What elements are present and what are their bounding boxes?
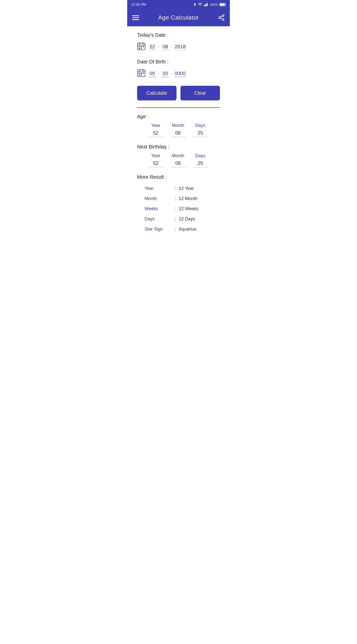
birthday-year-value: 52: [148, 160, 163, 167]
age-days-col: Days 25: [189, 123, 212, 137]
more-result-row: Days:12 Days: [137, 214, 220, 224]
age-year-col: Year 52: [144, 123, 167, 137]
dob-day[interactable]: 00: [148, 71, 156, 77]
svg-rect-29: [138, 74, 140, 76]
status-time: 12:05 PM: [131, 2, 146, 6]
divider: [137, 107, 220, 108]
share-icon[interactable]: [218, 14, 225, 21]
battery-percent: 100%: [210, 3, 218, 6]
age-section: Age : Year 52 Month 08 Days 25: [137, 114, 220, 137]
svg-rect-26: [138, 73, 140, 74]
menu-button[interactable]: [132, 15, 139, 20]
more-result-colon: :: [172, 196, 179, 201]
svg-rect-1: [204, 5, 204, 6]
dob-sep2: -: [171, 71, 173, 76]
more-result-row: Weeks:12 Weeks: [137, 204, 220, 214]
svg-rect-18: [140, 46, 142, 47]
birthday-days-col: Days 25: [189, 153, 212, 167]
age-month-header: Month: [172, 123, 184, 128]
svg-rect-21: [140, 48, 142, 49]
more-result-key: Weeks: [144, 206, 172, 212]
birthday-days-value: 25: [193, 160, 208, 167]
age-month-col: Month 08: [167, 123, 189, 137]
birthday-month-header: Month: [172, 153, 184, 158]
birthday-days-header: Days: [195, 153, 205, 158]
todays-date-calendar-icon: [137, 42, 146, 52]
clear-button[interactable]: Clear: [180, 86, 220, 100]
dob-sep1: -: [158, 71, 160, 76]
more-result-colon: :: [172, 226, 179, 232]
svg-rect-20: [138, 48, 140, 49]
more-result-key: Year: [144, 186, 172, 191]
todays-date-label: Today's Date :: [137, 32, 220, 38]
birthday-year-col: Year 52: [144, 153, 167, 167]
age-label: Age :: [137, 114, 220, 120]
more-result-value: 12 Year: [179, 186, 194, 191]
more-result-colon: :: [172, 216, 179, 222]
dob-year[interactable]: 0000: [174, 71, 186, 77]
action-buttons: Calculate Clear: [137, 86, 220, 100]
age-month-value: 08: [170, 130, 186, 137]
age-table: Year 52 Month 08 Days 25: [137, 123, 220, 137]
dob-row: 00 - 00 - 0000: [137, 69, 220, 79]
age-year-header: Year: [151, 123, 160, 128]
status-icons: 100%: [193, 2, 226, 6]
bluetooth-icon: [193, 2, 196, 6]
todays-date-year: 2018: [174, 44, 186, 50]
svg-rect-7: [220, 4, 224, 6]
signal-icon: [204, 3, 208, 6]
app-title: Age Calculator: [158, 14, 199, 21]
next-birthday-section: Next Birthday : Year 52 Month 08 Days 25: [137, 144, 220, 167]
dob-date-fields: 00 - 00 - 0000: [148, 71, 186, 77]
age-days-value: 25: [193, 130, 208, 137]
todays-date-sep1: -: [158, 44, 160, 50]
next-birthday-table: Year 52 Month 08 Days 25: [137, 153, 220, 167]
svg-line-12: [220, 16, 222, 17]
svg-rect-6: [225, 4, 226, 5]
dob-month[interactable]: 00: [162, 71, 169, 77]
todays-date-fields: 22 - 08 - 2018: [148, 44, 186, 50]
svg-point-0: [200, 6, 200, 6]
calculate-button[interactable]: Calculate: [137, 86, 176, 100]
birthday-year-header: Year: [151, 153, 160, 158]
more-result-row: Month:12 Month: [137, 194, 220, 204]
more-result-label: More Result :: [137, 174, 220, 180]
birthday-month-value: 08: [170, 160, 186, 167]
age-days-header: Days: [195, 123, 205, 128]
todays-date-sep2: -: [171, 44, 173, 50]
svg-rect-30: [140, 74, 142, 76]
svg-line-11: [220, 18, 222, 19]
svg-rect-17: [138, 46, 140, 47]
more-result-row: Year:12 Year: [137, 184, 220, 194]
wifi-icon: [198, 3, 202, 6]
more-result-rows: Year:12 YearMonth:12 MonthWeeks:12 Weeks…: [137, 184, 220, 234]
todays-date-month: 08: [162, 44, 169, 50]
svg-rect-2: [205, 4, 206, 6]
battery-icon: [220, 3, 226, 6]
more-result-value: 12 Weeks: [179, 206, 198, 212]
app-header: Age Calculator: [127, 9, 230, 26]
svg-rect-27: [140, 73, 142, 74]
todays-date-day: 22: [148, 44, 156, 50]
svg-rect-3: [206, 4, 206, 6]
more-result-value: 12 Days: [179, 216, 195, 222]
age-year-value: 52: [148, 130, 163, 137]
main-content: Today's Date : 22 - 08 - 2018 Date Of Bi…: [127, 26, 230, 240]
more-result-section: More Result : Year:12 YearMonth:12 Month…: [137, 174, 220, 234]
more-result-key: Month: [144, 196, 172, 201]
svg-rect-4: [207, 3, 208, 6]
more-result-value: 12 Month: [179, 196, 197, 201]
more-result-value: Aquarius: [179, 226, 196, 232]
more-result-colon: :: [172, 206, 179, 212]
todays-date-row: 22 - 08 - 2018: [137, 42, 220, 52]
more-result-key: Days: [144, 216, 172, 222]
dob-label: Date Of Birth :: [137, 59, 220, 65]
svg-rect-19: [142, 46, 144, 47]
next-birthday-label: Next Birthday :: [137, 144, 220, 150]
status-bar: 12:05 PM 100%: [127, 0, 230, 9]
more-result-row: Star Sign:Aquarius: [137, 224, 220, 234]
dob-calendar-icon[interactable]: [137, 69, 146, 79]
svg-rect-28: [142, 73, 144, 74]
birthday-month-col: Month 08: [167, 153, 189, 167]
more-result-colon: :: [172, 186, 179, 191]
